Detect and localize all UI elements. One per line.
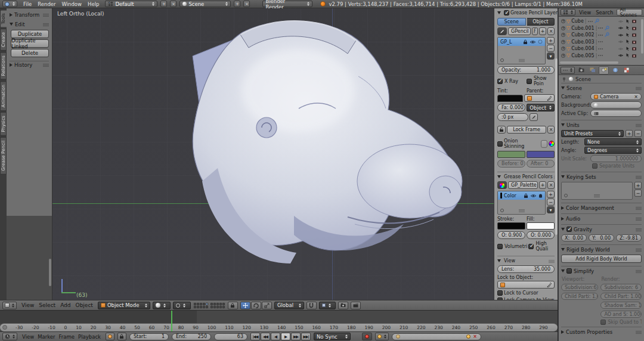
manipulator-rotate-button[interactable]	[251, 302, 261, 309]
outliner-menu-view[interactable]: View	[578, 10, 592, 16]
onion-fade-button[interactable]	[541, 140, 547, 148]
visibility-eye-icon[interactable]	[618, 47, 624, 51]
outliner-row-cube005[interactable]: +▽Cube.005|	[559, 52, 644, 60]
tab-animation[interactable]: Animation	[0, 81, 7, 111]
expand-icon[interactable]: +	[561, 46, 565, 51]
simplify-checkbox[interactable]	[566, 268, 572, 274]
palette-add-button[interactable]: +	[539, 181, 546, 189]
gp-layer-remove-button[interactable]: −	[547, 45, 555, 52]
gp-layers-panel-header[interactable]: Grease Pencil Layers	[497, 10, 555, 16]
dog-head-model[interactable]	[176, 19, 474, 269]
tab-render[interactable]	[576, 66, 586, 75]
units-panel-header[interactable]: Units	[561, 121, 642, 129]
pin-icon[interactable]	[562, 77, 566, 82]
duplicate-linked-button[interactable]: Duplicate Linked	[11, 39, 49, 48]
color-management-header[interactable]: Color Management	[561, 204, 642, 212]
expand-icon[interactable]: +	[561, 54, 565, 58]
pivot-dropdown[interactable]	[173, 302, 191, 309]
skip-quad-checkbox[interactable]	[600, 320, 606, 325]
tab-physics[interactable]: Physics	[0, 112, 7, 136]
eye-icon[interactable]	[530, 40, 536, 44]
layers-widget[interactable]	[193, 302, 225, 309]
rigid-body-header[interactable]: Rigid Body World	[561, 246, 642, 253]
lock-frame-icon-button[interactable]	[497, 126, 506, 134]
fill-opacity-slider[interactable]: O: 0.000	[527, 231, 555, 239]
delete-scene-button[interactable]: ×	[243, 1, 250, 7]
viewport-subdivision-field[interactable]: Subdivision:6	[561, 284, 598, 291]
eyedropper-icon[interactable]	[547, 283, 552, 287]
filter-icon[interactable]	[500, 58, 504, 62]
gp-source-object-tab[interactable]: Object	[527, 18, 555, 26]
selectability-cursor-icon[interactable]	[626, 39, 630, 44]
gravity-x-field[interactable]: X:0.00	[561, 234, 587, 241]
active-clip-field[interactable]	[590, 110, 642, 117]
prev-keyframe-button[interactable]: ◀◀	[261, 333, 270, 340]
gravity-y-field[interactable]: Y:0.00	[589, 234, 614, 241]
filter-icon[interactable]	[564, 194, 568, 197]
jump-to-end-button[interactable]: ▶▶|	[301, 333, 311, 340]
delete-layout-button[interactable]: ×	[170, 1, 177, 7]
lock-icon[interactable]	[524, 193, 528, 199]
ghost-icon[interactable]	[538, 193, 543, 198]
visibility-eye-icon[interactable]	[618, 54, 624, 57]
lock-to-scene-button[interactable]	[228, 302, 238, 309]
onion-skinning-checkbox[interactable]	[497, 141, 503, 147]
topbar-menu-item[interactable]: File	[20, 1, 35, 7]
screen-layout-selector[interactable]: Default	[105, 1, 157, 7]
tab-world[interactable]	[610, 66, 620, 75]
expand-icon[interactable]: +	[561, 40, 565, 44]
orientation-dropdown[interactable]: Global	[274, 302, 304, 309]
xray-checkbox[interactable]	[497, 79, 503, 84]
duplicate-button[interactable]: Duplicate	[11, 30, 49, 38]
viewport-child-particles-field[interactable]: Child Parti: 1.000	[561, 293, 598, 300]
sync-mode-dropdown[interactable]: No Sync	[314, 333, 351, 340]
tab-scene[interactable]	[599, 66, 609, 75]
render-subdivision-field[interactable]: Subdivision:6	[600, 284, 642, 291]
palette-browse-button[interactable]	[497, 181, 507, 189]
thickness-field[interactable]: :0 px	[497, 113, 528, 121]
outliner-display-filter[interactable]: All Scenes	[617, 9, 642, 16]
audio-header[interactable]: Audio	[561, 215, 642, 222]
unit-presets-dropdown[interactable]: Unit Presets	[561, 130, 624, 137]
volumetric-checkbox[interactable]	[497, 244, 503, 249]
keying-sets-panel-header[interactable]: Keying Sets	[561, 173, 642, 181]
selectability-cursor-icon[interactable]	[626, 33, 630, 38]
frame-end-field[interactable]: End:250	[172, 333, 211, 340]
renderability-camera-icon[interactable]	[631, 46, 637, 51]
selectability-cursor-icon[interactable]	[626, 53, 630, 58]
onion-after-field[interactable]: After: 0	[527, 160, 555, 168]
visibility-eye-icon[interactable]	[618, 33, 624, 37]
active-keying-set-field[interactable]: ×	[392, 333, 481, 340]
gp-color-add-button[interactable]: +	[547, 191, 555, 198]
render-engine-selector[interactable]: Blender Render	[262, 1, 312, 7]
auto-keyframe-button[interactable]	[362, 333, 372, 340]
parent-type-dropdown[interactable]: Object	[527, 104, 555, 111]
gp-opacity-slider[interactable]: Opacity:1.000	[497, 66, 555, 74]
keying-set-add-button[interactable]: +	[634, 182, 642, 189]
palette-unlink-button[interactable]: ×	[547, 181, 555, 189]
viewport-menu-item[interactable]: View	[19, 302, 36, 308]
transform-panel-header[interactable]: Transform	[10, 11, 49, 18]
color-wheel-icon[interactable]	[549, 141, 555, 147]
outliner-vscrollbar[interactable]	[641, 19, 643, 54]
manipulator-translate-button[interactable]	[240, 302, 250, 309]
editor-type-outliner-button[interactable]	[561, 9, 575, 16]
gp-color-remove-button[interactable]: −	[547, 199, 555, 206]
topbar-menu-item[interactable]: Render	[35, 1, 58, 7]
viewport-menu-item[interactable]: Add	[58, 302, 73, 308]
eyedropper-icon[interactable]	[547, 96, 552, 101]
lens-field[interactable]: Lens:35.000	[497, 265, 555, 273]
snap-element-dropdown[interactable]	[319, 302, 336, 309]
timeline-menu-item[interactable]: View	[20, 334, 36, 340]
lock-range-button[interactable]	[117, 333, 126, 340]
render-child-particles-field[interactable]: Child Part: 1.000	[600, 293, 642, 300]
delete-key-icon[interactable]: ×	[473, 334, 477, 339]
outliner-row-cube001[interactable]: +▽Cube.001|	[559, 25, 644, 32]
viewport-3d[interactable]: Left Ortho (Local) (63) Tools Create Rel…	[0, 8, 558, 310]
renderability-camera-icon[interactable]	[631, 40, 637, 44]
expand-icon[interactable]: +	[561, 19, 565, 23]
timeline-menu-item[interactable]: Frame	[57, 334, 76, 340]
lock-frame-button[interactable]: Lock Frame	[507, 126, 546, 134]
keying-set-type-button[interactable]	[375, 333, 389, 340]
topbar-menu-item[interactable]: Window	[59, 1, 85, 7]
